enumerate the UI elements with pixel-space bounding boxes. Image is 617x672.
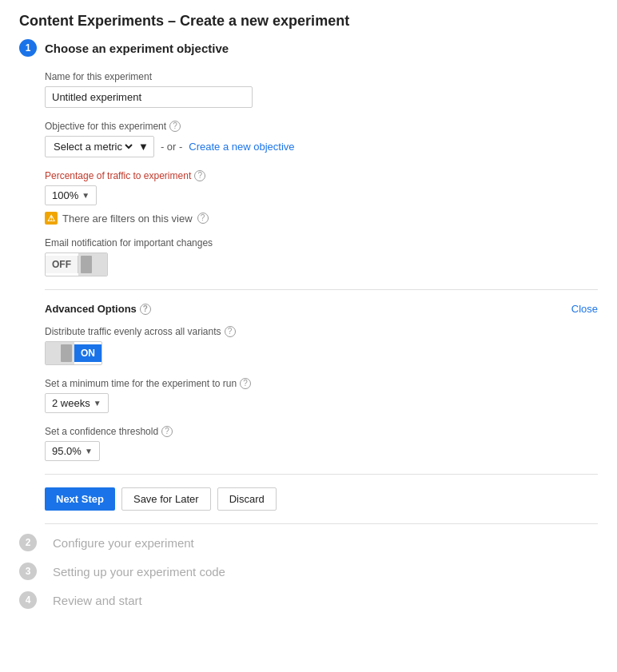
objective-label: Objective for this experiment ? [45,121,598,132]
warning-icon: ⚠ [45,212,58,225]
toggle-off-label: OFF [46,256,78,273]
warning-row: ⚠ There are filters on this view ? [45,212,598,225]
advanced-title: Advanced Options ? [45,303,151,315]
advanced-help-icon[interactable]: ? [140,304,151,315]
traffic-dropdown-arrow: ▼ [82,191,90,200]
page-container: Content Experiments – Create a new exper… [0,0,617,633]
metric-select-wrapper[interactable]: Select a metric ▼ [45,136,154,157]
objective-help-icon[interactable]: ? [169,121,181,132]
step-1-badge: 1 [19,39,37,57]
bottom-buttons: Next Step Save for Later Discard [45,474,598,524]
distribute-toggle-thumb [61,344,72,362]
confidence-field-group: Set a confidence threshold ? 95.0% ▼ [45,426,598,461]
traffic-dropdown[interactable]: 100% ▼ [45,185,97,205]
warning-text: There are filters on this view [62,213,193,225]
experiment-name-input[interactable] [45,86,253,108]
min-time-dropdown[interactable]: 2 weeks ▼ [45,393,109,413]
toggle-thumb [81,256,92,273]
distribute-help-icon[interactable]: ? [225,326,236,337]
toggle-slider[interactable] [78,253,107,276]
inactive-steps: 2 Configure your experiment 3 Setting up… [19,534,598,609]
step-4-title: Review and start [53,594,142,607]
distribute-field-group: Distribute traffic evenly across all var… [45,326,598,365]
step-2-title: Configure your experiment [53,536,194,550]
confidence-dropdown-arrow: ▼ [85,447,93,455]
step-4-badge: 4 [19,591,37,609]
form-section: Name for this experiment Objective for t… [19,71,598,524]
warning-help-icon[interactable]: ? [197,213,209,224]
step-4-row: 4 Review and start [19,591,598,609]
create-objective-link[interactable]: Create a new objective [189,141,294,153]
traffic-field-group: Percentage of traffic to experiment ? 10… [45,170,598,225]
confidence-dropdown[interactable]: 95.0% ▼ [45,441,100,461]
traffic-label: Percentage of traffic to experiment ? [45,170,598,181]
step-3-title: Setting up your experiment code [53,565,225,579]
metric-select-arrow: ▼ [138,141,149,153]
confidence-help-icon[interactable]: ? [161,426,173,437]
distribute-toggle[interactable]: ON [45,341,102,365]
step-1-header: 1 Choose an experiment objective [19,39,598,57]
name-field-group: Name for this experiment [45,71,598,108]
email-label: Email notification for important changes [45,237,598,249]
metric-select[interactable]: Select a metric [50,140,135,153]
step-3-badge: 3 [19,563,37,580]
save-later-button[interactable]: Save for Later [121,487,211,511]
page-title: Content Experiments – Create a new exper… [19,13,598,30]
min-time-help-icon[interactable]: ? [240,378,251,389]
step-2-badge: 2 [19,534,37,551]
objective-field-group: Objective for this experiment ? Select a… [45,121,598,157]
step-1-title: Choose an experiment objective [45,42,229,55]
distribute-toggle-on-label: ON [74,344,102,362]
next-step-button[interactable]: Next Step [45,487,115,511]
min-time-field-group: Set a minimum time for the experiment to… [45,378,598,413]
close-advanced-link[interactable]: Close [571,303,598,315]
advanced-options-header: Advanced Options ? Close [45,303,598,315]
distribute-label: Distribute traffic evenly across all var… [45,326,598,337]
step-2-row: 2 Configure your experiment [19,534,598,551]
objective-row: Select a metric ▼ - or - Create a new ob… [45,136,598,157]
traffic-row: 100% ▼ [45,185,598,205]
min-time-label: Set a minimum time for the experiment to… [45,378,598,389]
section-divider [45,289,598,290]
name-label: Name for this experiment [45,71,598,82]
step-3-row: 3 Setting up your experiment code [19,563,598,580]
email-toggle[interactable]: OFF [45,252,108,276]
discard-button[interactable]: Discard [217,487,277,511]
or-text: - or - [161,141,182,153]
distribute-toggle-slider[interactable] [46,342,74,364]
confidence-label: Set a confidence threshold ? [45,426,598,437]
min-time-dropdown-arrow: ▼ [94,399,102,408]
email-field-group: Email notification for important changes… [45,237,598,276]
traffic-help-icon[interactable]: ? [194,170,205,181]
